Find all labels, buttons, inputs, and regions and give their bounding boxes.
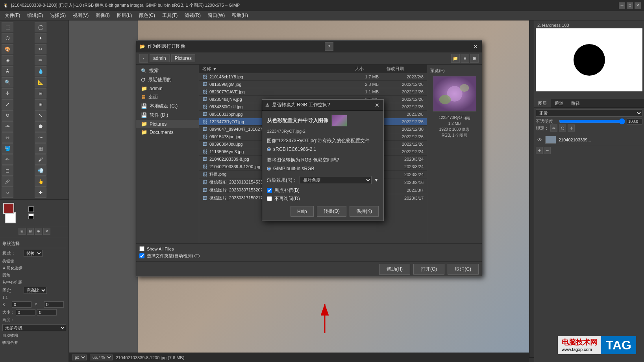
layer-mode-select[interactable]: 正常 — [536, 110, 642, 117]
menu-help[interactable]: 帮助(H) — [229, 11, 251, 20]
tool-fuzzy-select[interactable]: ✦ — [35, 33, 46, 43]
sidebar-drive-d[interactable]: 💾 软件 (D:) — [136, 111, 199, 120]
col-date[interactable]: 修改日期 — [383, 65, 427, 73]
zoom-select[interactable]: 66.7 % — [90, 355, 113, 360]
tool-free-select[interactable]: ⬡ — [2, 33, 13, 43]
file-dialog-help-button[interactable]: 帮助(H) — [379, 264, 410, 275]
embedded-radio[interactable] — [267, 147, 271, 151]
tool-shear[interactable]: ⬲ — [2, 121, 13, 132]
minimize-button[interactable]: ─ — [619, 2, 625, 9]
list-view-button[interactable]: ≡ — [461, 54, 469, 63]
default-colors-icon[interactable] — [28, 206, 34, 212]
size-w-input[interactable] — [16, 309, 35, 316]
mode-icon-1[interactable]: ⊞ — [19, 228, 26, 235]
tool-scissors[interactable]: ✂ — [35, 44, 46, 54]
background-color-swatch[interactable] — [5, 212, 16, 223]
lock-pixels-button[interactable]: ✏ — [550, 124, 557, 132]
tool-rect-select[interactable]: ⬚ — [2, 22, 13, 32]
tool-perspective[interactable]: ⬟ — [35, 121, 46, 132]
lock-position-button[interactable]: ✛ — [568, 124, 575, 132]
foreground-color-swatch[interactable] — [3, 203, 14, 214]
file-row[interactable]: 🖼210143cb1Y8.jpg 1.7 MB 2023/2/8 — [199, 73, 427, 81]
fixed-select[interactable]: 宽高比 — [24, 287, 47, 294]
mode-icon-4[interactable]: ✕ — [43, 228, 50, 235]
tool-scale[interactable]: ⤡ — [35, 110, 46, 121]
tool-measure[interactable]: 📐 — [35, 77, 46, 87]
tool-ellipse-select[interactable]: ◯ — [35, 22, 46, 32]
black-point-checkbox[interactable] — [267, 188, 272, 193]
tool-pencil[interactable]: ✏ — [2, 154, 13, 165]
tool-crop[interactable]: ⊞ — [35, 99, 46, 110]
canvas-area[interactable]: px 66.7 % 210402103339-8-1200.jpg (7.6 M… — [69, 20, 534, 362]
sidebar-admin[interactable]: 📁 admin — [136, 84, 199, 93]
file-row[interactable]: 🖼0823077CAVE.jpg 1.1 MB 2022/12/26 — [199, 88, 427, 96]
show-all-files-checkbox[interactable] — [139, 246, 144, 251]
sidebar-search[interactable]: 🔍 搜索 — [136, 66, 199, 75]
menu-filters[interactable]: 滤镜(R) — [181, 11, 204, 20]
file-dialog-cancel-button[interactable]: 取消(C) — [448, 264, 479, 275]
tool-airbrush[interactable]: 💨 — [35, 165, 46, 176]
pos-y-input[interactable] — [44, 301, 64, 308]
menu-select[interactable]: 选择(S) — [47, 11, 69, 20]
vertical-scrollbar[interactable] — [529, 20, 534, 362]
layer-item[interactable]: 👁 210402103339... — [534, 135, 644, 145]
menu-layer[interactable]: 图层(L) — [114, 11, 135, 20]
tool-heal[interactable]: ✚ — [35, 187, 46, 198]
nav-back-button[interactable]: ‹ — [139, 54, 148, 63]
grid-view-button[interactable]: ⊞ — [470, 54, 479, 63]
tool-ink[interactable]: 🖊 — [2, 176, 13, 187]
menu-image[interactable]: 图像(I) — [93, 11, 113, 20]
color-dialog-close[interactable]: ✕ — [374, 102, 380, 108]
opacity-value[interactable] — [627, 119, 642, 124]
opacity-slider[interactable] — [559, 118, 625, 124]
tab-layers[interactable]: 图层 — [534, 99, 551, 108]
tool-color-picker[interactable]: 💧 — [35, 66, 46, 76]
menu-windows[interactable]: 窗口(W) — [205, 11, 228, 20]
unit-select[interactable]: px — [72, 355, 87, 360]
menu-tools[interactable]: 工具(T) — [159, 11, 181, 20]
file-dialog-open-button[interactable]: 打开(O) — [413, 264, 444, 275]
col-name[interactable]: 名称 ▼ — [199, 65, 352, 73]
tool-paintbrush[interactable]: 🖌 — [35, 154, 46, 165]
tool-text[interactable]: A — [2, 66, 13, 76]
file-dialog-close[interactable]: ✕ — [472, 43, 479, 50]
dialog-help-icon[interactable]: ? — [325, 42, 333, 51]
tool-smudge[interactable]: 👆 — [35, 176, 46, 187]
size-h-input[interactable] — [37, 309, 57, 316]
cd-help-button[interactable]: Help — [291, 206, 314, 217]
tool-eraser[interactable]: ◻ — [2, 165, 13, 176]
pos-x-input[interactable] — [12, 301, 31, 308]
breadcrumb-admin[interactable]: admin — [150, 54, 170, 62]
lock-alpha-button[interactable]: ⬡ — [559, 124, 566, 132]
layer-visibility-icon[interactable]: 👁 — [537, 137, 543, 143]
tool-paths[interactable]: ✏ — [35, 55, 46, 65]
no-ref-select[interactable]: 无参考线 — [2, 324, 66, 331]
sidebar-documents[interactable]: 📁 Documents — [136, 128, 199, 136]
tool-gradient[interactable]: ▦ — [35, 143, 46, 154]
maximize-button[interactable]: □ — [627, 2, 633, 9]
sidebar-drive-c[interactable]: 💾 本地磁盘 (C:) — [136, 102, 199, 111]
add-layer-button[interactable]: + — [536, 147, 543, 154]
tool-dodge-burn[interactable]: ○ — [2, 187, 13, 198]
mode-icon-3[interactable]: ⊕ — [35, 228, 42, 235]
breadcrumb-pictures[interactable]: Pictures — [171, 54, 195, 62]
tool-warp[interactable]: 〜 — [35, 132, 46, 143]
render-select[interactable]: 相对色度 — [300, 176, 372, 184]
tool-rotate[interactable]: ↻ — [2, 110, 13, 121]
tool-bucket-fill[interactable]: 🪣 — [2, 143, 13, 154]
tool-align[interactable]: ⊟ — [35, 88, 46, 98]
sidebar-pictures[interactable]: 📁 Pictures — [136, 120, 199, 128]
tab-channels[interactable]: 通道 — [551, 99, 567, 108]
sidebar-recent[interactable]: ⏱ 最近使用的 — [136, 75, 199, 84]
cd-keep-button[interactable]: 保持(K) — [350, 206, 379, 217]
col-size[interactable]: 大小 — [352, 65, 383, 73]
menu-view[interactable]: 视图(V) — [70, 11, 92, 20]
tab-paths[interactable]: 路径 — [567, 99, 584, 108]
sidebar-desktop[interactable]: 🖥 桌面 — [136, 93, 199, 102]
tool-transform[interactable]: ⤢ — [2, 99, 13, 110]
remove-layer-button[interactable]: − — [544, 147, 551, 154]
tool-zoom[interactable]: 🔍 — [2, 77, 13, 87]
menu-colors[interactable]: 颜色(C) — [136, 11, 158, 20]
close-button[interactable]: ✕ — [635, 2, 641, 9]
mode-select[interactable]: 替换 — [24, 250, 43, 257]
